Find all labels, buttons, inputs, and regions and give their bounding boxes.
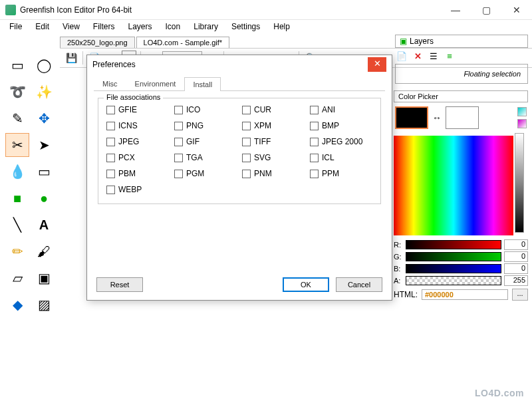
a-label: A:	[394, 277, 403, 285]
gradient-tool[interactable]: ▨	[32, 293, 56, 317]
doc-tab-2[interactable]: LO4D.com - Sample.gif*	[136, 37, 230, 48]
menu-edit[interactable]: Edit	[30, 21, 55, 33]
dialog-title: Preferences	[92, 60, 136, 69]
chk-jpeg[interactable]: JPEG	[106, 137, 169, 146]
menu-settings[interactable]: Settings	[226, 21, 265, 33]
background-swatch[interactable]	[446, 106, 479, 129]
eyedropper-tool[interactable]: 💧	[5, 160, 29, 184]
html-value[interactable]: #000000	[422, 289, 508, 300]
b-label: B:	[394, 265, 403, 273]
chk-jpeg2000[interactable]: JPEG 2000	[310, 137, 372, 146]
chk-ico[interactable]: ICO	[174, 105, 237, 114]
ellipse-shape-tool[interactable]: ●	[32, 186, 56, 210]
minimize-button[interactable]: —	[440, 0, 471, 20]
chk-svg[interactable]: SVG	[242, 153, 305, 162]
bucket-tool[interactable]: ◆	[5, 293, 29, 317]
color-picker-panel: Color Picker ↔ R: 0 G: 0 B: 0 A: 255 HTM…	[394, 90, 528, 301]
app-icon	[5, 5, 16, 15]
layer-new-icon[interactable]: 📄	[395, 49, 408, 63]
chk-gif[interactable]: GIF	[174, 137, 237, 146]
ok-button[interactable]: OK	[283, 277, 329, 292]
doc-tab-1[interactable]: 250x250_logo.png	[60, 37, 135, 48]
lightness-bar[interactable]	[515, 133, 524, 233]
chk-tga[interactable]: TGA	[174, 153, 237, 162]
swap-colors-icon[interactable]: ↔	[432, 112, 442, 123]
text-tool[interactable]: A	[32, 213, 56, 237]
g-slider[interactable]	[406, 252, 501, 261]
close-button[interactable]: ✕	[501, 0, 532, 20]
tab-misc[interactable]: Misc	[94, 76, 126, 90]
menu-icon[interactable]: Icon	[160, 21, 186, 33]
eraser-tool[interactable]: ▱	[5, 266, 29, 290]
crop-tool[interactable]: ✂	[5, 133, 29, 157]
chk-pbm[interactable]: PBM	[106, 169, 169, 178]
layer-props-icon[interactable]: ☰	[427, 49, 440, 63]
chk-pgm[interactable]: PGM	[174, 169, 237, 178]
pointer-tool[interactable]: ➤	[32, 133, 56, 157]
group-title: File associations	[104, 93, 163, 101]
wand-tool[interactable]: ✨	[32, 80, 56, 104]
pencil-tool[interactable]: ✎	[5, 106, 29, 130]
reset-button[interactable]: Reset	[96, 277, 143, 292]
a-value[interactable]: 255	[504, 275, 528, 286]
g-value[interactable]: 0	[504, 251, 528, 262]
draw-pencil-tool[interactable]: ✏	[5, 239, 29, 263]
chk-ppm[interactable]: PPM	[310, 169, 372, 178]
select-ellipse-tool[interactable]: ◯	[32, 53, 56, 77]
picker-opt-1[interactable]	[517, 107, 527, 116]
menu-view[interactable]: View	[57, 21, 85, 33]
cancel-button[interactable]: Cancel	[336, 277, 382, 292]
select-rect-tool[interactable]: ▭	[5, 53, 29, 77]
rect-shape-tool[interactable]: ■	[5, 186, 29, 210]
chk-cur[interactable]: CUR	[242, 105, 305, 114]
tab-environment[interactable]: Environment	[126, 76, 185, 90]
layer-item[interactable]: Floating selection	[395, 64, 528, 84]
html-label: HTML:	[394, 290, 418, 299]
b-value[interactable]: 0	[504, 263, 528, 274]
chk-png[interactable]: PNG	[174, 121, 237, 130]
r-slider[interactable]	[406, 240, 501, 249]
a-slider[interactable]	[406, 276, 501, 285]
save-icon[interactable]: 💾	[64, 51, 78, 65]
chk-tiff[interactable]: TIFF	[242, 137, 305, 146]
layers-panel: ▣Layers 📄 ✕ ☰ ≡ Floating selection	[395, 35, 528, 84]
lasso-tool[interactable]: ➰	[5, 80, 29, 104]
color-field[interactable]	[394, 136, 513, 235]
r-value[interactable]: 0	[504, 239, 528, 250]
file-associations-group: File associations GFIE ICO CUR ANI ICNS …	[98, 98, 381, 204]
color-picker-title: Color Picker	[394, 90, 528, 102]
chk-bmp[interactable]: BMP	[310, 121, 372, 130]
layer-delete-icon[interactable]: ✕	[411, 49, 424, 63]
chk-pcx[interactable]: PCX	[106, 153, 169, 162]
move-tool[interactable]: ✥	[32, 106, 56, 130]
chk-gfie[interactable]: GFIE	[106, 105, 169, 114]
layers-title: ▣Layers	[395, 35, 528, 48]
chk-icns[interactable]: ICNS	[106, 121, 169, 130]
chk-icl[interactable]: ICL	[310, 153, 372, 162]
preferences-dialog: Preferences ✕ Misc Environment Install F…	[86, 55, 392, 301]
clone-tool[interactable]: ▣	[32, 266, 56, 290]
brush-tool[interactable]: 🖌	[32, 239, 56, 263]
r-label: R:	[394, 241, 403, 249]
more-colors-button[interactable]: ...	[512, 289, 528, 301]
menu-help[interactable]: Help	[268, 21, 295, 33]
tool-sidebar: ▭ ◯ ➰ ✨ ✎ ✥ ✂ ➤ 💧 ▭ ■ ● ╲ A ✏ 🖌 ▱ ▣ ◆ ▨	[3, 51, 59, 319]
g-label: G:	[394, 253, 403, 261]
tab-install[interactable]: Install	[184, 77, 221, 91]
line-tool[interactable]: ╲	[5, 213, 29, 237]
menu-filters[interactable]: Filters	[88, 21, 120, 33]
maximize-button[interactable]: ▢	[471, 0, 501, 20]
menu-file[interactable]: File	[4, 21, 27, 33]
picker-opt-2[interactable]	[517, 119, 527, 128]
chk-pnm[interactable]: PNM	[242, 169, 305, 178]
chk-webp[interactable]: WEBP	[106, 185, 169, 194]
menu-layers[interactable]: Layers	[123, 21, 158, 33]
chk-ani[interactable]: ANI	[310, 105, 372, 114]
chk-xpm[interactable]: XPM	[242, 121, 305, 130]
layer-merge-icon[interactable]: ≡	[443, 49, 456, 63]
b-slider[interactable]	[406, 264, 501, 273]
foreground-swatch[interactable]	[395, 106, 428, 129]
dialog-close-button[interactable]: ✕	[368, 57, 386, 72]
frame-tool[interactable]: ▭	[32, 160, 56, 184]
menu-library[interactable]: Library	[188, 21, 223, 33]
